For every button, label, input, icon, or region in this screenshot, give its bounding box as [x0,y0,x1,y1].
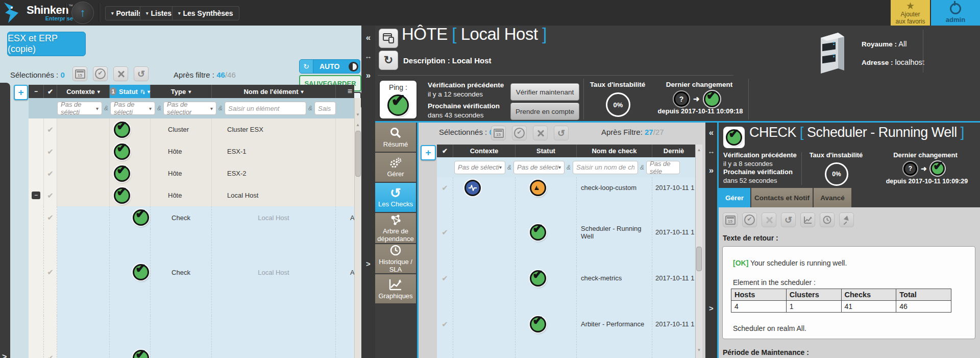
table-row[interactable]: ✔ Hôte ESX-2 [29,162,354,185]
select-all-header[interactable]: ✔ [437,145,453,157]
resize-panel-icon[interactable]: ↔ [705,147,717,155]
row-check-icon[interactable]: ✔ [47,353,54,358]
col-contexte[interactable]: Contexte ▾ [57,85,110,98]
graph-button[interactable] [800,212,815,227]
scroll-up-icon[interactable]: ▲ [355,123,361,127]
scroll-top-button[interactable]: ↑ [71,2,94,24]
scrollbar-thumb[interactable] [355,131,361,177]
collapse-left-strip[interactable]: > [0,83,10,358]
filter-derniere[interactable]: Pas de séle [646,161,680,174]
row-check-icon[interactable]: ✔ [442,320,448,329]
acknowledge-button[interactable]: Prendre en compte [510,103,579,120]
auto-refresh-toggle[interactable]: ↻ AUTO [299,59,360,74]
col-nom-check[interactable]: Nom de check [577,145,652,157]
col-statut[interactable]: 1 Statut ▾ [110,85,151,98]
filter-statut[interactable]: Pas de sélecti ▾ [513,161,565,174]
table-row[interactable]: ✔ Hôte ESX-1 [29,140,354,163]
resize-panel-icon[interactable]: ↔ [361,52,375,60]
checks-scrollbar[interactable]: ▲ ▼ [695,145,702,358]
sidebar-item-resume[interactable]: Résumé [375,123,416,152]
scrollbar-thumb[interactable] [696,247,702,271]
scroll-down-icon[interactable]: ▼ [355,112,361,117]
add-element-button[interactable]: + [14,85,28,100]
list-title[interactable]: ESX et ERP (copie) [7,32,86,56]
expand-panel-icon[interactable]: » [705,165,717,176]
collapse-panel-icon[interactable]: « [361,33,375,43]
sidebar-item-gerer[interactable]: Gérer [375,153,416,182]
row-check-icon[interactable]: ✔ [442,183,448,193]
add-favorites-button[interactable]: ★ Ajouter aux favoris [891,0,930,29]
filter-type[interactable]: Pas de sélectior ▾ [163,102,216,115]
refresh-description-icon[interactable]: ↻ [379,51,398,70]
panel-divider-right[interactable]: « ↔ » > [705,123,717,358]
sidebar-item-les-checks[interactable]: ↺ Les Checks [375,183,416,212]
expand-panel-icon[interactable]: » [361,70,375,81]
recheck-button[interactable]: ↺ [781,212,796,227]
filter-contexte[interactable]: Pas de sélecti ▾ [454,161,505,174]
expand-icon[interactable]: > [361,259,375,268]
sidebar-item-arbre[interactable]: Arbre de dépendance [375,213,416,243]
row-check-icon[interactable]: ✔ [47,268,54,277]
expand-icon[interactable]: > [705,304,717,313]
col-contexte[interactable]: Contexte [453,145,516,157]
check-now-button[interactable]: Vérifier maintenant [510,83,579,101]
col-statut[interactable]: Statut [516,145,577,157]
col-nom[interactable]: Nom de l'élément ▾ [212,85,336,98]
column-settings[interactable]: ≡ [336,85,354,98]
select-all-header[interactable]: ✔ [44,85,57,98]
filter-extra-input[interactable] [314,102,336,115]
check-times: Vérification précédente il y a 8 seconde… [723,151,797,185]
tools-button[interactable] [113,66,128,81]
table-row-check[interactable]: ✔ Check Local Host A [29,206,354,229]
row-check-icon[interactable]: ✔ [442,274,448,283]
scroll-down-icon[interactable]: ▼ [696,348,702,352]
tab-gerer[interactable]: Gérer [719,188,750,207]
add-check-button[interactable]: + [421,145,436,160]
check-row[interactable]: ✔ Scheduler - Running Well 2017-10-11 1 [437,198,695,267]
check-row[interactable]: ✔ check-metrics 2017-10-11 1 [437,266,695,291]
admin-button[interactable]: admin [931,0,980,29]
table-row[interactable]: ✔ Cluster Cluster ESX [29,118,354,141]
tab-avance[interactable]: Avancé [814,188,851,207]
menu-syntheses[interactable]: ▾ Les Synthèses [172,6,239,20]
tag-button[interactable] [839,212,854,227]
row-check-icon[interactable]: ✔ [47,169,54,178]
filter-contexte[interactable]: Pas de sélecti ▾ [57,102,102,115]
tools-button[interactable] [762,212,776,227]
table-row-check[interactable]: ✔ [29,316,354,358]
recheck-button[interactable]: ↺ [554,126,569,140]
col-derniere[interactable]: Derniè [652,145,695,157]
downtime-button[interactable]: 15 [72,66,87,81]
history-button[interactable] [820,212,835,227]
scroll-up-icon[interactable]: ▲ [696,148,702,152]
elements-scrollbar[interactable]: ▼ ▲ [354,98,361,358]
row-check-icon[interactable]: ✔ [47,125,54,134]
downtime-button[interactable]: 15 [723,212,738,227]
acknowledge-button[interactable]: ✔ [512,126,527,140]
col-type[interactable]: Type ▾ [151,85,212,98]
acknowledge-button[interactable]: ✔ [93,66,108,81]
row-check-icon[interactable]: ✔ [47,147,54,156]
recheck-button[interactable]: ↺ [134,66,149,81]
check-row[interactable]: ✔ Arbiter - Performance 2017-10-11 1 [437,290,695,358]
collapse-all-header[interactable]: − [29,85,44,98]
tab-contacts[interactable]: Contacts et Notif [751,188,813,207]
filter-statut[interactable]: Pas de sélecti ▾ [110,102,155,115]
sidebar-item-historique[interactable]: Historique / SLA [375,244,416,273]
acknowledge-button[interactable]: ✔ [742,212,757,227]
table-row-check[interactable]: ✔ Check Local Host A [29,229,354,316]
collapse-panel-icon[interactable]: « [705,128,717,138]
check-row[interactable]: ✔ check-loop-custom 2017-10-11 1 [437,177,695,199]
table-row[interactable]: − ✔ Hôte Local Host [29,184,354,207]
shinken-logo-icon[interactable] [3,2,27,26]
tools-button[interactable] [533,126,548,140]
downtime-button[interactable]: 15 [491,126,506,140]
row-check-icon[interactable]: ✔ [47,213,54,222]
panel-divider-left[interactable]: « ↔ » > [361,26,375,358]
collapse-row-icon[interactable]: − [32,192,40,199]
row-check-icon[interactable]: ✔ [47,191,54,200]
row-check-icon[interactable]: ✔ [442,228,448,237]
sidebar-item-graphiques[interactable]: Graphiques [375,274,416,303]
filter-nom-input[interactable] [573,161,638,174]
filter-nom-input[interactable] [225,102,306,115]
